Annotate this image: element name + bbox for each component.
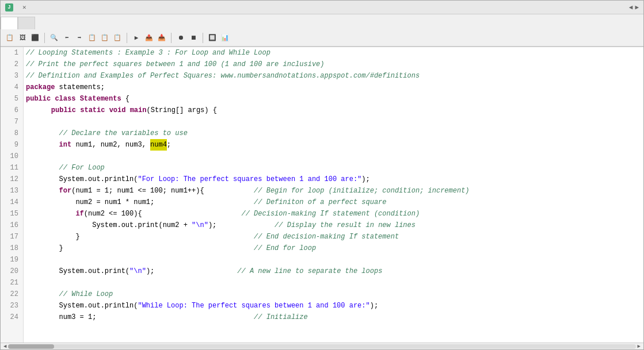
line-number-15: 15 (5, 208, 18, 220)
code-line-19 (26, 254, 641, 266)
toolbar-btn-1[interactable]: 📋 (4, 32, 16, 44)
toolbar-btn-9[interactable]: 📋 (112, 32, 123, 44)
scrollbar-thumb[interactable] (8, 344, 54, 349)
toolbar-sep-4 (203, 33, 203, 43)
code-line-1: // Looping Statements : Example 3 : For … (26, 47, 641, 59)
toolbar-btn-11[interactable]: 📤 (143, 32, 155, 44)
line-number-14: 14 (5, 197, 18, 208)
toolbar-btn-5[interactable]: ⬅ (61, 32, 73, 44)
toolbar-sep-1 (44, 33, 45, 43)
code-line-17: } // End decision-making If statement (26, 231, 641, 243)
line-number-4: 4 (5, 82, 18, 93)
toolbar-btn-16[interactable]: 📊 (219, 32, 231, 44)
close-tab-button[interactable]: ✕ (20, 3, 29, 11)
line-number-9: 9 (5, 139, 18, 151)
line-number-1: 1 (5, 47, 18, 59)
line-number-21: 21 (5, 277, 18, 289)
toolbar-btn-10[interactable]: ▶ (131, 32, 142, 44)
code-line-15: if(num2 <= 100){ // Decision-making If s… (26, 208, 641, 220)
line-numbers: 123456789101112131415161718192021222324 (1, 47, 24, 343)
line-number-5: 5 (5, 93, 18, 105)
toolbar-sep-3 (171, 33, 172, 43)
toolbar-btn-4[interactable]: 🔍 (48, 32, 60, 44)
code-line-13: for(num1 = 1; num1 <= 100; num1++){ // B… (26, 185, 641, 197)
line-number-11: 11 (5, 162, 18, 174)
toolbar-btn-14[interactable]: ⏹ (188, 32, 199, 44)
code-line-8: // Declare the variables to use (26, 128, 641, 139)
line-number-16: 16 (5, 220, 18, 231)
title-bar-nav: ◀ ▶ (629, 3, 639, 11)
code-line-18: } // End for loop (26, 243, 641, 254)
tab-source[interactable] (1, 17, 18, 29)
line-number-19: 19 (5, 254, 18, 266)
code-line-4: package statements; (26, 82, 641, 93)
code-line-10 (26, 151, 641, 162)
file-icon: J (5, 3, 13, 11)
code-line-5: public class Statements { (26, 93, 641, 105)
code-line-3: // Definition and Examples of Perfect Sq… (26, 70, 641, 82)
code-content: // Looping Statements : Example 3 : For … (24, 47, 643, 323)
line-number-13: 13 (5, 185, 18, 197)
editor-area: 123456789101112131415161718192021222324 … (1, 47, 643, 343)
scrollbar-track[interactable] (8, 344, 635, 349)
tab-bar (1, 14, 643, 29)
code-line-16: System.out.print(num2 + "\n"); // Displa… (26, 220, 641, 231)
code-line-22: // While Loop (26, 289, 641, 300)
code-line-12: System.out.println("For Loop: The perfec… (26, 174, 641, 185)
line-number-17: 17 (5, 231, 18, 243)
tab-toolbar-area: 📋 🖼 ⬛ 🔍 ⬅ ➡ 📋 📋 📋 ▶ 📤 📥 ⏺ ⏹ 🔲 📊 (1, 14, 643, 47)
code-line-7 (26, 116, 641, 128)
main-window: J ✕ ◀ ▶ 📋 🖼 ⬛ 🔍 ⬅ ➡ 📋 📋 (0, 0, 644, 350)
code-line-24: num3 = 1; // Initialize (26, 311, 641, 323)
tab-history[interactable] (18, 17, 35, 29)
toolbar-sep-2 (127, 33, 127, 43)
line-number-8: 8 (5, 128, 18, 139)
nav-right-button[interactable]: ▶ (635, 3, 639, 11)
scroll-left-button[interactable]: ◀ (2, 343, 8, 349)
line-number-22: 22 (5, 289, 18, 300)
code-line-11: // For Loop (26, 162, 641, 174)
toolbar-btn-13[interactable]: ⏺ (175, 32, 186, 44)
code-line-2: // Print the perfect squares between 1 a… (26, 59, 641, 70)
code-line-9: int num1, num2, num3, num4; (26, 139, 641, 151)
line-number-18: 18 (5, 243, 18, 254)
line-number-6: 6 (5, 105, 18, 116)
toolbar-btn-15[interactable]: 🔲 (207, 32, 218, 44)
toolbar-btn-12[interactable]: 📥 (156, 32, 167, 44)
code-line-21 (26, 277, 641, 289)
horizontal-scrollbar[interactable]: ◀ ▶ (1, 343, 643, 349)
line-number-12: 12 (5, 174, 18, 185)
title-bar: J ✕ ◀ ▶ (1, 1, 643, 14)
code-line-20: System.out.print("\n"); // A new line to… (26, 266, 641, 277)
code-line-23: System.out.println("While Loop: The perf… (26, 300, 641, 311)
nav-left-button[interactable]: ◀ (629, 3, 633, 11)
title-bar-left: J ✕ (5, 3, 29, 11)
toolbar-btn-3[interactable]: ⬛ (29, 32, 41, 44)
line-number-20: 20 (5, 266, 18, 277)
code-area[interactable]: // Looping Statements : Example 3 : For … (24, 47, 643, 343)
line-number-24: 24 (5, 311, 18, 323)
toolbar-btn-8[interactable]: 📋 (99, 32, 110, 44)
toolbar-btn-7[interactable]: 📋 (86, 32, 98, 44)
line-number-10: 10 (5, 151, 18, 162)
code-line-6: − public static void main(String[] args)… (26, 105, 641, 116)
toolbar: 📋 🖼 ⬛ 🔍 ⬅ ➡ 📋 📋 📋 ▶ 📤 📥 ⏺ ⏹ 🔲 📊 (1, 29, 643, 47)
line-number-23: 23 (5, 300, 18, 311)
line-number-7: 7 (5, 116, 18, 128)
toolbar-btn-2[interactable]: 🖼 (17, 32, 28, 44)
line-number-2: 2 (5, 59, 18, 70)
code-line-14: num2 = num1 * num1; // Definiton of a pe… (26, 197, 641, 208)
scroll-right-button[interactable]: ▶ (636, 343, 642, 349)
toolbar-btn-6[interactable]: ➡ (74, 32, 85, 44)
line-number-3: 3 (5, 70, 18, 82)
